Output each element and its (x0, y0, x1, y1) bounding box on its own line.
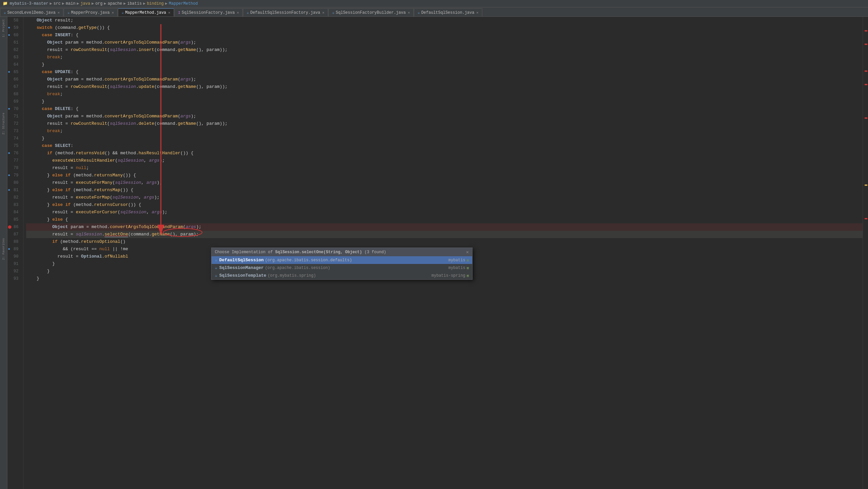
popup-item-sqlsessionmanager[interactable]: ☕ SqlSessionManager (org.apache.ibatis.s… (212, 264, 472, 272)
tab-secondleveldemo[interactable]: ☕ SecondLevelDemo.java ✕ (0, 8, 63, 17)
tab-java-icon: ☕ (67, 10, 70, 15)
breadcrumb-file[interactable]: MapperMethod (169, 1, 198, 6)
code-line-65: case UPDATE: { (26, 68, 863, 76)
tab-java-icon: ☕ (332, 10, 335, 15)
line-num-85: 85 (7, 216, 21, 223)
tab-bar: ☕ SecondLevelDemo.java ✕ ☕ MapperProxy.j… (0, 7, 868, 17)
code-line-87: result = sqlSession.selectOne(command.ge… (26, 231, 863, 238)
line-num-59: ◆59 (7, 24, 21, 31)
tab-close-icon[interactable]: ✕ (408, 10, 410, 15)
tab-sqlsessionfactory[interactable]: I SqlSessionFactory.java ✕ (174, 8, 243, 17)
scroll-marker-3 (865, 70, 867, 72)
tab-sqlsessionfactorybuilder[interactable]: ☕ SqlSessionFactoryBuilder.java ✕ (329, 8, 413, 17)
line-num-62: 62 (7, 46, 21, 54)
line-num-64: 64 (7, 61, 21, 68)
line-num-81: ◆81 (7, 186, 21, 194)
line-num-65: ◆65 (7, 68, 21, 76)
code-line-69: } (26, 98, 863, 105)
code-line-58: Object result; (26, 17, 863, 24)
scroll-marker-2 (865, 44, 867, 45)
code-line-61: Object param = method.convertArgsToSqlCo… (26, 39, 863, 46)
line-num-58: 58 (7, 17, 21, 24)
tab-java-icon: ☕ (417, 10, 420, 15)
project-icon: 📁 (3, 1, 8, 6)
code-line-81: } else if (method.returnsMap()) { (26, 186, 863, 194)
sidebar-favorites-icon[interactable]: 2: Favorites (1, 237, 7, 261)
left-sidebar: 1: Project Z: Structure 2: Favorites (0, 17, 7, 489)
scroll-marker-1 (865, 30, 867, 31)
tab-close-icon[interactable]: ✕ (237, 10, 239, 15)
sidebar-project-icon[interactable]: 1: Project (1, 18, 7, 38)
code-line-64: } (26, 61, 863, 68)
right-sidebar[interactable] (863, 17, 868, 489)
code-line-79: } else if (method.returnsMany()) { (26, 172, 863, 179)
code-line-68: break; (26, 91, 863, 98)
tab-defaultsqlsessionfactory[interactable]: ☕ DefaultSqlSessionFactory.java ✕ (243, 8, 328, 17)
line-num-72: 72 (7, 120, 21, 127)
tab-label: SqlSessionFactory.java (182, 10, 235, 15)
code-line-80: result = executeForMany(sqlSession, args… (26, 179, 863, 186)
code-line-88: if (method.returnsOptional() (26, 238, 863, 246)
line-num-91: 91 (7, 260, 21, 268)
code-line-85: } else { (26, 216, 863, 223)
tab-label: SqlSessionFactoryBuilder.java (336, 10, 406, 15)
breadcrumb-src[interactable]: src (53, 1, 61, 6)
breadcrumb-main[interactable]: main (66, 1, 75, 6)
popup-module: mybatis-spring (432, 274, 465, 278)
code-line-73: break; (26, 127, 863, 135)
tab-java-icon: ☕ (247, 10, 249, 15)
breadcrumb-binding[interactable]: binding (147, 1, 163, 6)
code-line-83: } else if (method.returnsCursor()) { (26, 201, 863, 209)
popup-item-sqlsessiontemplate[interactable]: ☕ SqlSessionTemplate (org.mybatis.spring… (212, 272, 472, 279)
line-num-80: 80 (7, 179, 21, 186)
line-num-78: 78 (7, 164, 21, 172)
popup-container: Choose Implementation of SqlSession.sele… (211, 248, 472, 280)
bookmark-icon: ◆ (8, 150, 10, 157)
tab-close-icon[interactable]: ✕ (58, 10, 60, 15)
popup-package: (org.mybatis.spring) (268, 274, 316, 278)
breadcrumb-ibatis[interactable]: ibatis (127, 1, 142, 6)
tab-close-icon[interactable]: ✕ (476, 10, 478, 15)
line-num-60: ◆60 (7, 31, 21, 39)
bookmark-icon: ◆ (8, 31, 10, 39)
tab-defaultsqlsession[interactable]: ☕ DefaultSqlSession.java ✕ (414, 8, 482, 17)
tab-close-icon[interactable]: ✕ (322, 10, 325, 15)
bookmark-icon: ◆ (8, 172, 10, 179)
bookmark-icon: ◆ (8, 68, 10, 76)
code-line-75: case SELECT: (26, 142, 863, 150)
popup-close-button[interactable]: ✕ (466, 249, 469, 255)
tab-label: MapperProxy.java (71, 10, 110, 15)
popup-package: (org.apache.ibatis.session.defaults) (265, 258, 352, 263)
line-num-66: 66 (7, 76, 21, 83)
breadcrumb-java[interactable]: java (81, 1, 90, 6)
code-content[interactable]: 58 ◆59 ◆60 61 62 63 64 ◆65 66 67 68 69 (7, 17, 863, 489)
tab-mapperproxy[interactable]: ☕ MapperProxy.java ✕ (64, 8, 117, 17)
popup-classname: SqlSessionManager (219, 265, 264, 270)
breakpoint-icon (8, 225, 11, 229)
popup-module: mybatis (448, 258, 465, 263)
tab-close-icon[interactable]: ✕ (112, 10, 114, 15)
popup-header-text: Choose Implementation of SqlSession.sele… (215, 250, 386, 255)
line-num-89: ◆89 (7, 246, 21, 253)
code-line-60: case INSERT: { (26, 31, 863, 39)
tab-close-icon[interactable]: ✕ (168, 10, 170, 15)
code-line-63: break; (26, 54, 863, 61)
line-num-73: 73 (7, 127, 21, 135)
popup-item-defaultsqlsession[interactable]: ☕ DefaultSqlSession (org.apache.ibatis.s… (212, 256, 472, 264)
line-num-69: 69 (7, 98, 21, 105)
breadcrumb-apache[interactable]: apache (107, 1, 122, 6)
line-num-88: 88 (7, 238, 21, 246)
breadcrumb-project[interactable]: mybatis-3-master (10, 1, 48, 6)
line-num-63: 63 (7, 54, 21, 61)
code-line-72: result = rowCountResult(sqlSession.delet… (26, 120, 863, 127)
line-num-79: ◆79 (7, 172, 21, 179)
popup-classname: DefaultSqlSession (219, 258, 264, 263)
tab-mappermethod[interactable]: ☕ MapperMethod.java ✕ (118, 8, 174, 17)
line-num-67: 67 (7, 83, 21, 91)
code-line-86: Object param = method.convertArgsToSqlCo… (26, 223, 863, 231)
tab-label: DefaultSqlSessionFactory.java (250, 10, 320, 15)
breadcrumb-org[interactable]: org (95, 1, 102, 6)
line-num-83: 83 (7, 201, 21, 209)
sidebar-structure-icon[interactable]: Z: Structure (1, 112, 7, 136)
code-line-67: result = rowCountResult(sqlSession.updat… (26, 83, 863, 91)
